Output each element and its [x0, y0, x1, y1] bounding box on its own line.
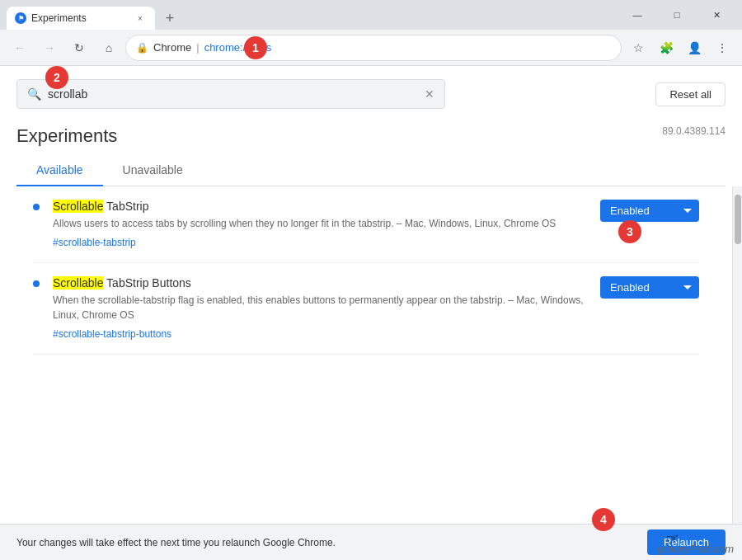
- lock-icon: 🔒: [136, 42, 148, 54]
- profile-button[interactable]: 👤: [681, 35, 707, 61]
- tab-favicon: ⚑: [15, 12, 26, 24]
- flag-highlight-2: Scrollable: [53, 276, 103, 289]
- flag-control-1[interactable]: Enabled Default Disabled: [600, 200, 699, 222]
- step-badge-3: 3: [618, 220, 641, 243]
- home-button[interactable]: ⌂: [96, 35, 122, 61]
- maximize-button[interactable]: □: [658, 3, 696, 26]
- flag-title-2: Scrollable TabStrip Buttons: [53, 276, 587, 289]
- tab-unavailable[interactable]: Unavailable: [103, 155, 203, 186]
- search-container: 🔍 ✕ Reset all: [0, 66, 742, 109]
- address-bar[interactable]: 🔒 Chrome | chrome://flags: [125, 35, 622, 61]
- flag-title-suffix-1: TabStrip: [103, 200, 148, 213]
- flag-info-1: Scrollable TabStrip Allows users to acce…: [53, 200, 587, 249]
- search-box[interactable]: 🔍 ✕: [16, 79, 445, 109]
- version-label: 89.0.4389.114: [662, 125, 726, 137]
- flag-select-1[interactable]: Enabled Default Disabled: [600, 200, 699, 222]
- tab-available[interactable]: Available: [16, 155, 103, 186]
- flag-desc-2: When the scrollable-tabstrip flag is ena…: [53, 293, 587, 322]
- flag-title-1: Scrollable TabStrip: [53, 200, 587, 213]
- flag-control-2[interactable]: Enabled Default Disabled: [600, 276, 699, 299]
- reset-all-button[interactable]: Reset all: [655, 82, 726, 106]
- flag-dot-2: [33, 280, 40, 287]
- title-bar: ⚑ Experiments × + — □ ✕: [0, 0, 742, 30]
- star-button[interactable]: ☆: [625, 35, 651, 61]
- back-button[interactable]: ←: [7, 35, 33, 61]
- flag-link-2[interactable]: #scrollable-tabstrip-buttons: [53, 328, 171, 340]
- tab-close-button[interactable]: ×: [134, 12, 147, 25]
- flag-select-2[interactable]: Enabled Default Disabled: [600, 276, 699, 299]
- page-title: Experiments: [16, 125, 117, 147]
- toolbar-actions: ☆ 🧩 👤 ⋮: [625, 35, 735, 61]
- browser-toolbar: ← → ↻ ⌂ 🔒 Chrome | chrome://flags ☆ 🧩 👤 …: [0, 30, 742, 66]
- address-source: Chrome: [153, 41, 191, 54]
- bottom-message: Your changes will take effect the next t…: [16, 537, 634, 548]
- scrollbar-track: [732, 186, 742, 524]
- tab-label: Experiments: [31, 12, 87, 24]
- tabs-container: Available Unavailable: [16, 155, 726, 186]
- clear-search-button[interactable]: ✕: [425, 87, 434, 101]
- more-button[interactable]: ⋮: [709, 35, 735, 61]
- step-badge-2: 2: [45, 66, 68, 89]
- search-icon: 🔍: [27, 87, 41, 101]
- reload-button[interactable]: ↻: [66, 35, 92, 61]
- flag-info-2: Scrollable TabStrip Buttons When the scr…: [53, 276, 587, 341]
- scrollbar-thumb[interactable]: [735, 195, 741, 244]
- step-badge-1: 1: [244, 36, 267, 59]
- window-controls: — □ ✕: [618, 3, 735, 26]
- search-input[interactable]: [48, 87, 418, 101]
- step-badge-4: 4: [592, 508, 615, 531]
- flag-title-suffix-2: TabStrip Buttons: [103, 276, 190, 289]
- flag-highlight-1: Scrollable: [53, 200, 103, 213]
- minimize-button[interactable]: —: [618, 3, 656, 26]
- flag-dot-1: [33, 204, 40, 210]
- extensions-button[interactable]: 🧩: [653, 35, 679, 61]
- forward-button[interactable]: →: [36, 35, 63, 61]
- browser-tab[interactable]: ⚑ Experiments ×: [7, 7, 155, 30]
- close-button[interactable]: ✕: [697, 3, 735, 26]
- experiments-header: Experiments 89.0.4389.114: [0, 109, 742, 155]
- new-tab-button[interactable]: +: [158, 7, 181, 30]
- flag-desc-1: Allows users to access tabs by scrolling…: [53, 216, 587, 231]
- flag-item-2: Scrollable TabStrip Buttons When the scr…: [33, 263, 699, 355]
- flag-item: Scrollable TabStrip Allows users to acce…: [33, 186, 699, 263]
- address-separator: |: [196, 41, 199, 54]
- bottom-bar: Your changes will take effect the next t…: [0, 524, 742, 560]
- flag-link-1[interactable]: #scrollable-tabstrip: [53, 237, 136, 248]
